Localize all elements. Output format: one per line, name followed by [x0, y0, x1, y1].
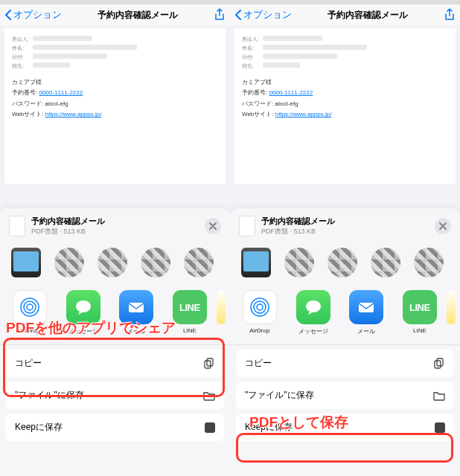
app-mail[interactable]: メール [339, 290, 393, 335]
svg-rect-6 [207, 358, 213, 366]
screen-right: オプション 予約内容確認メール 差出人: 件名: 日付: 宛先: カミアプ様 予… [230, 0, 460, 476]
action-keep[interactable]: Keepに保存 [236, 414, 454, 441]
action-save-files[interactable]: "ファイル"に保存 [236, 382, 454, 409]
apps-row: AirDrop メッセージ メール LINE LINE [230, 284, 460, 345]
share-button[interactable] [444, 8, 456, 22]
nav-bar: オプション 予約内容確認メール [0, 0, 230, 25]
mail-icon [356, 297, 377, 318]
contact-mac[interactable] [237, 248, 275, 277]
svg-point-1 [24, 301, 36, 313]
nav-bar: オプション 予約内容確認メール [230, 0, 460, 25]
svg-point-0 [27, 304, 33, 310]
mail-hdr-subject-label: 件名: [12, 45, 33, 52]
sheet-title: 予約内容確認メール [31, 216, 199, 227]
action-copy[interactable]: コピー [236, 350, 454, 377]
share-icon [214, 8, 226, 22]
mail-icon [126, 297, 147, 318]
contacts-row [0, 241, 230, 284]
mail-greeting: カミアプ様 [12, 77, 218, 88]
share-icon [444, 8, 456, 22]
line-icon: LINE [179, 302, 200, 313]
copy-icon [203, 358, 215, 370]
contact-item[interactable] [281, 248, 318, 277]
svg-rect-12 [435, 361, 441, 368]
messages-icon [303, 297, 324, 318]
close-icon [439, 222, 447, 230]
mail-preview: 差出人: 件名: 日付: 宛先: カミアプ様 予約番号: 0000-1111-2… [4, 28, 226, 184]
back-label: オプション [243, 8, 292, 22]
airdrop-icon [249, 296, 271, 318]
chevron-left-icon [234, 10, 242, 20]
app-line[interactable]: LINE LINE [163, 290, 217, 335]
mail-site-label: Webサイト: [12, 111, 44, 118]
apps-row: AirDrop メッセージ メール LINE LINE [0, 284, 230, 345]
contact-item[interactable] [94, 248, 131, 277]
mail-hdr-date-label: 日付: [12, 54, 33, 61]
chevron-left-icon [4, 10, 12, 20]
actions-list: コピー "ファイル"に保存 Keepに保存 [230, 345, 460, 441]
mail-hdr-to-label: 宛先: [12, 62, 33, 70]
share-sheet: 予約内容確認メール PDF書類 · 513 KB AirDrop [230, 208, 460, 476]
contact-item[interactable] [137, 248, 174, 277]
app-airdrop[interactable]: AirDrop [233, 290, 287, 335]
svg-rect-11 [359, 303, 374, 312]
back-button[interactable]: オプション [4, 8, 62, 22]
svg-rect-13 [437, 358, 443, 366]
mail-resv-label: 予約番号: [12, 89, 37, 96]
app-line-label: LINE [163, 327, 217, 334]
page-title: 予約内容確認メール [98, 9, 178, 22]
folder-icon [433, 390, 445, 402]
page-title: 予約内容確認メール [328, 9, 408, 22]
app-line[interactable]: LINE LINE [393, 290, 447, 335]
mail-preview: 差出人: 件名: 日付: 宛先: カミアプ様 予約番号: 0000-1111-2… [234, 28, 456, 184]
share-button[interactable] [214, 8, 226, 22]
mail-site-link[interactable]: https://www.appps.jp/ [45, 111, 102, 118]
sheet-subtitle: PDF書類 · 513 KB [31, 227, 199, 237]
contact-item[interactable] [324, 248, 361, 277]
app-messages[interactable]: メッセージ [57, 290, 110, 335]
svg-point-3 [76, 300, 91, 312]
contacts-row [230, 241, 460, 284]
svg-point-7 [257, 304, 263, 310]
share-sheet: 予約内容確認メール PDF書類 · 513 KB AirDrop [0, 208, 230, 476]
mail-hdr-sender-label: 差出人: [12, 36, 33, 43]
actions-list: コピー "ファイル"に保存 Keepに保存 [0, 345, 230, 441]
app-mail-label: メール [109, 327, 163, 335]
mail-password: パスワード: abcd-efg [12, 99, 218, 109]
action-copy[interactable]: コピー [6, 350, 224, 377]
contact-item[interactable] [367, 248, 404, 277]
app-messages-label: メッセージ [57, 327, 110, 335]
action-save-files-label: "ファイル"に保存 [15, 389, 84, 402]
close-button[interactable] [205, 218, 221, 234]
contact-item[interactable] [410, 248, 447, 277]
app-messages[interactable]: メッセージ [287, 290, 340, 335]
svg-rect-5 [205, 361, 211, 368]
sheet-thumbnail [239, 216, 255, 237]
back-button[interactable]: オプション [234, 8, 292, 22]
app-airdrop[interactable]: AirDrop [3, 290, 57, 335]
app-notes-partial[interactable] [447, 290, 457, 335]
action-keep-label: Keepに保存 [15, 421, 63, 434]
sheet-thumbnail [9, 216, 25, 237]
mail-resv-link[interactable]: 0000-1111-2222 [39, 89, 83, 96]
back-label: オプション [13, 8, 62, 22]
screen-left: オプション 予約内容確認メール 差出人: 件名: 日付: 宛先: カミアプ様 予… [0, 0, 230, 476]
svg-point-8 [254, 301, 266, 313]
folder-icon [203, 390, 215, 402]
contact-item[interactable] [180, 248, 217, 277]
contact-mac[interactable] [7, 248, 45, 277]
close-icon [209, 222, 217, 230]
contact-item[interactable] [51, 248, 88, 277]
airdrop-icon [19, 296, 41, 318]
messages-icon [73, 297, 94, 318]
app-airdrop-label: AirDrop [3, 327, 57, 334]
action-keep[interactable]: Keepに保存 [6, 414, 224, 441]
line-icon: LINE [409, 302, 430, 313]
action-save-files[interactable]: "ファイル"に保存 [6, 382, 224, 409]
copy-icon [433, 358, 445, 370]
close-button[interactable] [435, 218, 451, 234]
app-mail[interactable]: メール [109, 290, 163, 335]
app-notes-partial[interactable] [217, 290, 227, 335]
svg-point-10 [306, 300, 321, 312]
action-copy-label: コピー [15, 357, 42, 370]
